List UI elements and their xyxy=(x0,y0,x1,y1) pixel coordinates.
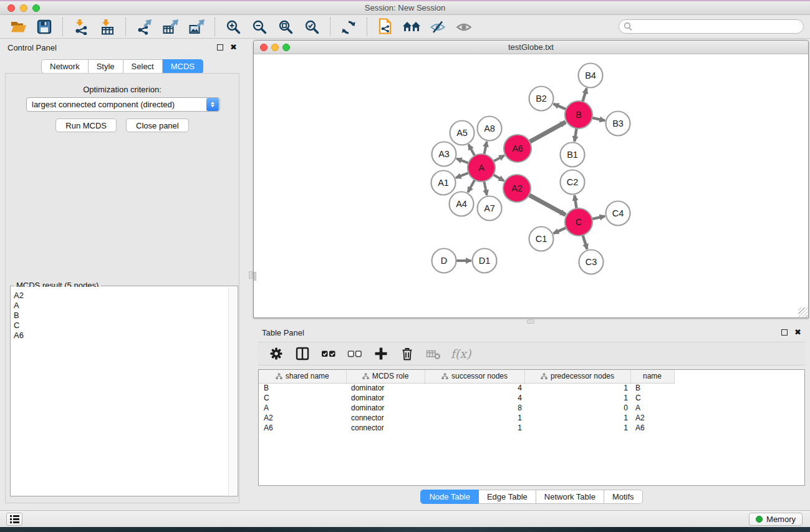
zoom-selected-region-button[interactable] xyxy=(299,16,325,37)
table-row[interactable]: Adominator80A xyxy=(259,403,682,413)
search-input[interactable] xyxy=(619,19,804,34)
result-item[interactable]: A6 xyxy=(11,331,228,341)
unselect-all-columns-button[interactable] xyxy=(344,344,365,364)
delete-columns-button[interactable] xyxy=(397,344,418,364)
column-header-MCDS-role[interactable]: MCDS role xyxy=(346,370,425,383)
graph-node-C1[interactable]: C1 xyxy=(529,227,554,251)
table-cell[interactable]: connector xyxy=(346,413,425,423)
close-table-panel-icon[interactable]: ✖ xyxy=(794,329,801,336)
table-cell[interactable]: B xyxy=(259,383,346,393)
graph-node-B2[interactable]: B2 xyxy=(529,87,554,111)
tab-network[interactable]: Network xyxy=(41,59,89,74)
tab-node-table[interactable]: Node Table xyxy=(420,490,479,504)
result-item[interactable]: A2 xyxy=(11,291,228,301)
horizontal-splitter-grip[interactable] xyxy=(527,319,534,324)
select-all-columns-button[interactable] xyxy=(318,344,339,364)
graph-node-D[interactable]: D xyxy=(432,249,456,273)
edge-A2-C[interactable] xyxy=(528,195,566,215)
graph-node-A5[interactable]: A5 xyxy=(450,121,475,145)
table-cell[interactable]: A2 xyxy=(630,413,674,423)
result-list-scrollbar[interactable] xyxy=(228,287,237,495)
import-table-from-file-button[interactable] xyxy=(94,16,120,37)
edge-B-B1[interactable] xyxy=(574,127,577,142)
table-cell[interactable]: 8 xyxy=(425,403,524,413)
edge-B-B3[interactable] xyxy=(591,117,605,120)
edge-A-A4[interactable] xyxy=(468,179,475,193)
close-panel-icon[interactable]: ✖ xyxy=(230,44,237,51)
zoom-out-button[interactable] xyxy=(246,16,272,37)
table-cell[interactable]: C xyxy=(630,393,674,403)
tab-network-table[interactable]: Network Table xyxy=(536,490,604,504)
table-cell[interactable]: dominator xyxy=(346,383,425,393)
first-neighbors-button[interactable] xyxy=(398,16,425,37)
edge-A-A2[interactable] xyxy=(492,174,504,181)
delete-table-button[interactable] xyxy=(423,344,444,364)
edge-C-C2[interactable] xyxy=(574,195,577,210)
run-mcds-button[interactable]: Run MCDS xyxy=(55,118,117,132)
hide-selected-button[interactable] xyxy=(425,16,451,37)
table-cell[interactable]: A xyxy=(630,403,674,413)
tab-select[interactable]: Select xyxy=(123,59,163,74)
task-history-button[interactable] xyxy=(6,513,22,526)
float-table-panel-icon[interactable] xyxy=(781,329,788,336)
graph-node-B[interactable]: B xyxy=(565,101,592,128)
graph-node-C3[interactable]: C3 xyxy=(579,250,604,274)
zoom-fit-content-button[interactable] xyxy=(272,16,299,37)
window-resize-grip-icon[interactable] xyxy=(798,307,808,317)
graph-node-A1[interactable]: A1 xyxy=(432,171,456,195)
graph-node-A[interactable]: A xyxy=(468,154,495,181)
column-header-successor-nodes[interactable]: successor nodes xyxy=(425,370,524,383)
graph-node-D1[interactable]: D1 xyxy=(473,249,497,273)
table-cell[interactable]: B xyxy=(630,383,674,393)
edge-A-A3[interactable] xyxy=(456,158,470,163)
table-cell[interactable]: 1 xyxy=(524,423,630,433)
column-header-shared-name[interactable]: shared name xyxy=(259,370,346,383)
table-cell[interactable]: 1 xyxy=(524,383,630,393)
edge-A6-B[interactable] xyxy=(529,122,566,143)
edge-C-C3[interactable] xyxy=(582,234,587,249)
graph-node-B3[interactable]: B3 xyxy=(606,112,630,136)
export-table-button[interactable] xyxy=(157,16,183,37)
edge-B-B4[interactable] xyxy=(582,89,587,103)
edge-A-A6[interactable] xyxy=(493,155,504,162)
edge-A-A7[interactable] xyxy=(484,180,487,195)
apply-preferred-layout-button[interactable] xyxy=(335,16,362,37)
show-columns-button[interactable] xyxy=(292,344,313,364)
graph-node-C4[interactable]: C4 xyxy=(606,201,630,226)
open-session-button[interactable] xyxy=(5,16,31,37)
edge-C-C1[interactable] xyxy=(554,227,567,233)
canvas-edge-grip[interactable] xyxy=(254,272,256,281)
tab-mcds[interactable]: MCDS xyxy=(163,59,203,74)
network-graph[interactable]: B4B2BB3A8A5A6A3B1AC2A1A2A4A7C4CC1DD1C3 xyxy=(254,54,808,317)
result-item[interactable]: C xyxy=(11,321,228,331)
edge-A-A8[interactable] xyxy=(484,142,487,155)
network-canvas[interactable]: B4B2BB3A8A5A6A3B1AC2A1A2A4A7C4CC1DD1C3 xyxy=(254,54,808,317)
edge-C-C4[interactable] xyxy=(591,216,605,220)
table-cell[interactable]: 1 xyxy=(425,413,524,423)
table-cell[interactable]: A xyxy=(259,403,346,413)
tab-style[interactable]: Style xyxy=(89,59,123,74)
table-cell[interactable]: A6 xyxy=(259,423,346,433)
graph-node-A7[interactable]: A7 xyxy=(478,196,502,221)
table-row[interactable]: A6connector11A6 xyxy=(259,423,682,433)
graph-node-B4[interactable]: B4 xyxy=(579,64,603,88)
export-image-button[interactable] xyxy=(183,16,210,37)
export-network-button[interactable] xyxy=(131,16,157,37)
result-item[interactable]: B xyxy=(11,311,228,321)
table-cell[interactable]: 4 xyxy=(425,383,524,393)
graph-node-B1[interactable]: B1 xyxy=(561,143,585,167)
table-settings-button[interactable] xyxy=(266,344,287,364)
table-row[interactable]: Cdominator41C xyxy=(259,393,682,403)
create-new-column-button[interactable] xyxy=(370,344,392,364)
table-cell[interactable]: 0 xyxy=(524,403,630,413)
graph-node-C[interactable]: C xyxy=(565,208,592,236)
table-cell[interactable]: connector xyxy=(346,423,425,433)
tab-edge-table[interactable]: Edge Table xyxy=(479,490,536,504)
zoom-in-button[interactable] xyxy=(220,16,246,37)
edge-A-A1[interactable] xyxy=(456,172,470,178)
show-all-button[interactable] xyxy=(451,16,477,37)
graph-node-A8[interactable]: A8 xyxy=(478,117,502,141)
vertical-splitter-grip[interactable] xyxy=(249,271,253,279)
table-cell[interactable]: dominator xyxy=(346,393,425,403)
float-panel-icon[interactable] xyxy=(217,44,223,51)
